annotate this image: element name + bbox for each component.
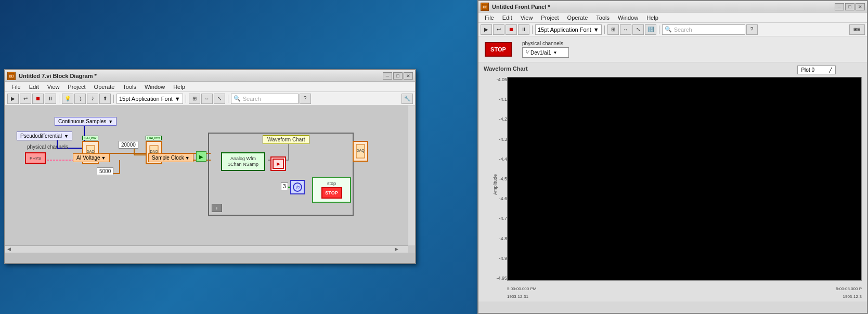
search-box[interactable]: 🔍 Search: [231, 94, 299, 104]
stop-button[interactable]: STOP: [485, 42, 512, 57]
fp-toolbar-dist-btn[interactable]: ↔: [620, 24, 631, 35]
menu-view[interactable]: View: [43, 83, 64, 91]
sample-clock-control[interactable]: Sample Clock ▼: [148, 153, 193, 162]
read-icon[interactable]: ▶: [270, 156, 286, 171]
toolbar-help-btn[interactable]: ?: [300, 94, 311, 104]
fp-menu-help[interactable]: Help: [642, 14, 663, 22]
fp-toolbar-align-btn[interactable]: ⊞: [607, 24, 619, 35]
fp-menu-tools[interactable]: Tools: [592, 14, 614, 22]
pseudodiff-arrow: ▼: [64, 134, 69, 139]
number-20000[interactable]: 20000: [119, 141, 138, 149]
font-dropdown[interactable]: 15pt Application Font ▼: [116, 94, 183, 104]
fp-menu-file[interactable]: File: [481, 14, 498, 22]
continuous-samples-control[interactable]: Continuous Samples ▼: [55, 117, 116, 126]
fp-title: Untitled Front Panel *: [492, 4, 832, 10]
fp-toolbar-reorder-btn[interactable]: 🔢: [645, 24, 656, 35]
menu-edit[interactable]: Edit: [25, 83, 43, 91]
scroll-left-btn[interactable]: ◀: [7, 246, 11, 252]
menu-help[interactable]: Help: [169, 83, 189, 91]
menu-window[interactable]: Window: [140, 83, 169, 91]
fp-menu-project[interactable]: Project: [537, 14, 563, 22]
block-diagram-titlebar: BD Untitled 7.vi Block Diagram * ─ □ ✕: [5, 70, 415, 82]
fp-minimize-button[interactable]: ─: [835, 3, 844, 10]
toolbar-align-btn[interactable]: ⊞: [189, 94, 200, 104]
toolbar-step-out-btn[interactable]: ⬆: [99, 94, 111, 104]
play-icon: ▶: [196, 151, 206, 162]
x-date-end: 1903-12-3: [843, 294, 862, 299]
fp-toolbar-run-btn[interactable]: ▶: [481, 24, 492, 35]
analog-wfm-label: Analog Wfm1Chan NSamp: [228, 156, 258, 167]
pseudodifferential-control[interactable]: Pseudodifferential ▼: [17, 132, 72, 140]
continuous-samples-arrow: ▼: [108, 119, 113, 124]
waveform-chart-block[interactable]: Waveform Chart: [263, 135, 309, 144]
menu-operate[interactable]: Operate: [90, 83, 119, 91]
fp-toolbar-help-btn[interactable]: ?: [746, 24, 758, 35]
fp-physical-channels-section: physical channels ⅟ Dev1/ai1 ▼: [522, 41, 569, 58]
horizontal-scrollbar[interactable]: ◀ ▶: [5, 245, 408, 253]
menu-project[interactable]: Project: [63, 83, 89, 91]
number-three[interactable]: 3: [281, 182, 288, 190]
close-button[interactable]: ✕: [404, 72, 413, 80]
font-dropdown-arrow: ▼: [175, 96, 180, 102]
toolbar-pause-btn[interactable]: ⏸: [45, 94, 56, 104]
menu-file[interactable]: File: [7, 83, 25, 91]
fp-sep3: [659, 25, 659, 34]
maximize-button[interactable]: □: [393, 72, 403, 80]
fp-toolbar-run-cont-btn[interactable]: ↩: [493, 24, 504, 35]
toolbar-sep1: [59, 95, 59, 103]
front-panel-window: FP Untitled Front Panel * ─ □ ✕ File Edi…: [477, 0, 868, 314]
toolbar-highlight-btn[interactable]: 💡: [62, 94, 73, 104]
wait-block[interactable]: ⏱: [290, 180, 305, 194]
fp-physical-channels-label: physical channels: [522, 41, 569, 46]
window-controls: ─ □ ✕: [383, 72, 413, 80]
fp-grid-btn[interactable]: ⊞⊞: [849, 24, 865, 35]
fp-search-box[interactable]: 🔍 Search: [662, 24, 745, 35]
vertical-scrollbar[interactable]: [408, 106, 415, 245]
sample-clock-label: Sample Clock: [152, 155, 184, 161]
font-dropdown-label: 15pt Application Font: [119, 96, 173, 102]
toolbar-tools-btn[interactable]: 🔧: [401, 94, 413, 104]
svg-text:DAQ: DAQ: [356, 149, 365, 153]
block-diagram-icon: BD: [7, 72, 16, 80]
canvas-area: Continuous Samples ▼ Pseudodifferential …: [5, 106, 415, 253]
fp-menu-operate[interactable]: Operate: [563, 14, 592, 22]
stop-block[interactable]: stop STOP: [312, 177, 351, 203]
daqmx-label-top: DAQmx: [82, 136, 98, 140]
fp-window-controls: ─ □ ✕: [835, 3, 865, 10]
block-diagram-toolbar: ▶ ↩ ⏹ ⏸ 💡 ⤵ ⤸ ⬆ 15pt Application Font ▼ …: [5, 92, 415, 106]
fp-menu-window[interactable]: Window: [614, 14, 642, 22]
fp-search-icon: 🔍: [665, 26, 672, 33]
amplitude-label: Amplitude: [493, 174, 498, 195]
fp-menubar: File Edit View Project Operate Tools Win…: [478, 12, 867, 23]
fp-close-button[interactable]: ✕: [856, 3, 865, 10]
fp-search-placeholder: Search: [674, 27, 692, 33]
toolbar-step-over-btn[interactable]: ⤸: [87, 94, 98, 104]
fp-menu-edit[interactable]: Edit: [498, 14, 516, 22]
number-5000[interactable]: 5000: [97, 167, 113, 175]
y-label-0: -4.05: [481, 77, 507, 82]
toolbar-resize-btn[interactable]: ⤡: [214, 94, 225, 104]
fp-menu-view[interactable]: View: [516, 14, 537, 22]
toolbar-run-cont-btn[interactable]: ↩: [20, 94, 31, 104]
fp-top-controls: STOP physical channels ⅟ Dev1/ai1 ▼: [478, 36, 867, 62]
analog-wfm-block[interactable]: Analog Wfm1Chan NSamp: [221, 152, 265, 171]
fp-maximize-button[interactable]: □: [845, 3, 854, 10]
toolbar-run-btn[interactable]: ▶: [7, 94, 19, 104]
scroll-right-btn[interactable]: ▶: [395, 246, 398, 252]
fp-toolbar-resize-btn[interactable]: ⤡: [632, 24, 644, 35]
continuous-samples-label: Continuous Samples: [58, 119, 106, 124]
menu-tools[interactable]: Tools: [119, 83, 140, 91]
toolbar-dist-btn[interactable]: ↔: [201, 94, 213, 104]
fp-font-dropdown[interactable]: 15pt Application Font ▼: [535, 24, 602, 35]
phys-block[interactable]: PHYS: [25, 152, 46, 164]
dev1-dropdown[interactable]: ⅟ Dev1/ai1 ▼: [522, 47, 569, 58]
fp-toolbar-pause-btn[interactable]: ⏸: [518, 24, 529, 35]
minimize-button[interactable]: ─: [383, 72, 392, 80]
toolbar-step-into-btn[interactable]: ⤵: [74, 94, 86, 104]
fp-font-label: 15pt Application Font: [538, 27, 591, 33]
fp-content: STOP physical channels ⅟ Dev1/ai1 ▼ Wave…: [478, 36, 867, 302]
fp-toolbar-abort-btn[interactable]: ⏹: [506, 24, 517, 35]
daqmx-right-block[interactable]: DAQ: [353, 141, 368, 162]
toolbar-abort-btn[interactable]: ⏹: [32, 94, 44, 104]
ai-voltage-control[interactable]: AI Voltage ▼: [73, 153, 110, 162]
